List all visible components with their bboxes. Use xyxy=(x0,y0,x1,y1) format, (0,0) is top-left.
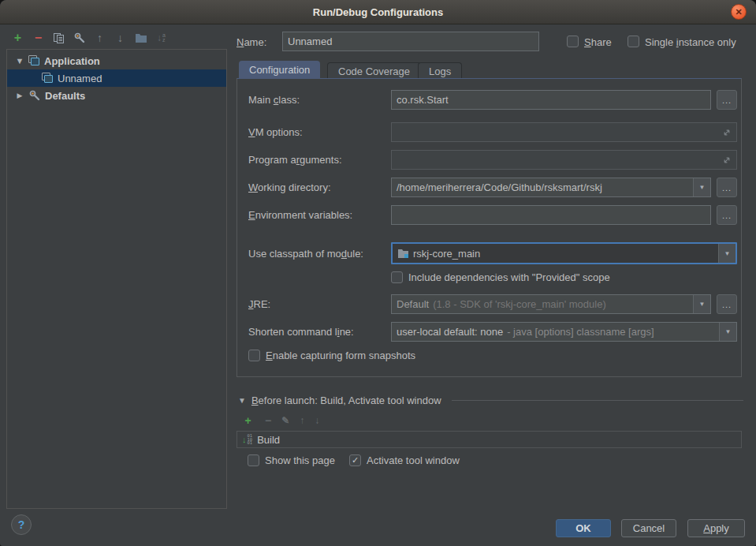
check-icon: ✓ xyxy=(352,455,359,466)
use-classpath-field[interactable]: rskj-core_main ▼ xyxy=(391,242,737,264)
activate-tool-window-label: Activate tool window xyxy=(367,454,460,466)
question-icon: ? xyxy=(18,518,25,531)
tab-logs[interactable]: Logs xyxy=(418,62,462,79)
configurations-toolbar: + − ↑ ↓ ↓ az xyxy=(11,30,168,46)
jre-field[interactable]: Default (1.8 - SDK of 'rskj-core_main' m… xyxy=(391,294,711,314)
vm-options-label: VM options: xyxy=(248,126,391,138)
tab-code-coverage[interactable]: Code Coverage xyxy=(327,62,421,79)
tree-item-unnamed[interactable]: Unnamed xyxy=(7,69,226,87)
vm-options-row: VM options: xyxy=(248,122,737,142)
share-checkbox[interactable] xyxy=(567,36,579,47)
expand-field-icon[interactable] xyxy=(722,155,732,165)
wrench-icon xyxy=(28,89,41,102)
move-down-icon[interactable]: ↓ xyxy=(114,31,127,45)
run-debug-configurations-dialog: Run/Debug Configurations ✕ + − ↑ ↓ ↓ az … xyxy=(0,0,756,546)
move-up-icon[interactable]: ↑ xyxy=(93,31,106,45)
working-directory-label: Working directory: xyxy=(248,181,391,193)
jre-row: JRE: Default (1.8 - SDK of 'rskj-core_ma… xyxy=(248,294,737,314)
add-task-icon[interactable]: + xyxy=(241,413,255,428)
ellipsis-icon: ... xyxy=(722,95,732,105)
dropdown-arrow-icon[interactable]: ▼ xyxy=(693,295,710,313)
edit-defaults-icon[interactable] xyxy=(73,31,86,45)
jre-value: Default xyxy=(397,298,429,310)
shorten-command-line-field[interactable]: user-local default: none - java [options… xyxy=(391,322,737,342)
close-button[interactable]: ✕ xyxy=(731,4,747,20)
activate-tool-window-row: ✓ Activate tool window xyxy=(349,454,460,466)
module-icon xyxy=(397,249,409,259)
program-arguments-label: Program arguments: xyxy=(248,154,391,166)
sort-alphabetically-icon[interactable]: ↓ az xyxy=(155,31,168,45)
help-button[interactable]: ? xyxy=(11,514,32,535)
environment-variables-row: Environment variables: ... xyxy=(248,205,737,225)
before-launch-item-build[interactable]: ↓ 01 10 01 Build xyxy=(236,431,742,448)
expand-field-icon[interactable] xyxy=(722,128,732,137)
ellipsis-icon: ... xyxy=(722,300,732,309)
tree-group-application[interactable]: ▼ Application xyxy=(7,52,226,69)
main-class-value: co.rsk.Start xyxy=(397,94,449,106)
before-launch-header: ▼ Before launch: Build, Activate tool wi… xyxy=(238,393,743,407)
move-task-down-icon[interactable]: ↓ xyxy=(315,415,319,426)
working-directory-browse-button[interactable]: ... xyxy=(717,178,737,197)
remove-task-icon[interactable]: − xyxy=(265,414,271,427)
include-dependencies-row: Include dependencies with "Provided" sco… xyxy=(391,271,610,283)
ok-button[interactable]: OK xyxy=(556,519,611,537)
build-item-label: Build xyxy=(257,434,280,446)
main-class-row: Main class: co.rsk.Start ... xyxy=(248,90,737,110)
separator-line xyxy=(452,400,743,401)
show-this-page-label: Show this page xyxy=(265,454,335,466)
remove-configuration-icon[interactable]: − xyxy=(32,31,45,45)
dropdown-arrow-icon[interactable]: ▼ xyxy=(693,178,710,196)
jre-browse-button[interactable]: ... xyxy=(717,294,737,314)
shorten-command-line-row: Shorten command line: user-local default… xyxy=(248,322,737,342)
titlebar: Run/Debug Configurations ✕ xyxy=(0,0,756,24)
program-arguments-row: Program arguments: xyxy=(248,150,737,170)
share-label: Share xyxy=(584,36,612,48)
vm-options-field[interactable] xyxy=(391,122,737,142)
enable-capturing-checkbox[interactable] xyxy=(248,350,260,361)
program-arguments-field[interactable] xyxy=(391,150,737,170)
apply-button[interactable]: Apply xyxy=(687,519,745,537)
show-this-page-checkbox[interactable] xyxy=(248,454,259,466)
shorten-command-line-value: user-local default: none xyxy=(397,326,503,338)
chevron-down-icon[interactable]: ▼ xyxy=(238,396,246,405)
name-input[interactable] xyxy=(282,32,539,51)
move-task-up-icon[interactable]: ↑ xyxy=(300,415,304,426)
single-instance-checkbox[interactable] xyxy=(628,36,639,47)
cancel-button[interactable]: Cancel xyxy=(621,519,676,537)
configurations-tree: ▼ Application Unnamed ▶ Defaults xyxy=(6,49,227,509)
copy-configuration-icon[interactable] xyxy=(52,31,65,45)
chevron-down-icon[interactable]: ▼ xyxy=(15,56,24,65)
include-dependencies-checkbox[interactable] xyxy=(391,271,403,283)
use-classpath-row: Use classpath of module: rskj-core_main … xyxy=(248,242,737,264)
tree-group-defaults[interactable]: ▶ Defaults xyxy=(7,87,226,104)
activate-tool-window-checkbox[interactable]: ✓ xyxy=(349,454,361,466)
build-icon: ↓ 01 10 01 xyxy=(242,434,252,445)
ellipsis-icon: ... xyxy=(722,183,732,193)
name-label: Name: xyxy=(236,36,266,48)
new-folder-icon[interactable] xyxy=(134,31,147,45)
working-directory-row: Working directory: /home/meriherrera/Cod… xyxy=(248,178,737,197)
add-configuration-icon[interactable]: + xyxy=(11,31,24,45)
dropdown-arrow-icon[interactable]: ▼ xyxy=(718,244,736,263)
application-icon xyxy=(42,73,54,84)
environment-variables-label: Environment variables: xyxy=(248,209,391,221)
tree-group-label: Application xyxy=(44,55,100,67)
include-dependencies-label: Include dependencies with "Provided" sco… xyxy=(408,271,610,283)
environment-variables-field[interactable] xyxy=(391,205,711,225)
ellipsis-icon: ... xyxy=(722,211,732,220)
chevron-right-icon[interactable]: ▶ xyxy=(15,92,24,99)
environment-variables-browse-button[interactable]: ... xyxy=(717,205,737,225)
edit-task-icon[interactable]: ✎ xyxy=(281,415,289,426)
working-directory-value: /home/meriherrera/Code/Github/rsksmart/r… xyxy=(397,181,602,193)
working-directory-field[interactable]: /home/meriherrera/Code/Github/rsksmart/r… xyxy=(391,178,711,197)
close-icon: ✕ xyxy=(735,7,742,17)
tab-configuration[interactable]: Configuration xyxy=(239,61,320,79)
shorten-command-line-label: Shorten command line: xyxy=(248,326,391,338)
application-icon xyxy=(28,55,40,66)
show-this-page-row: Show this page xyxy=(248,454,335,466)
main-class-browse-button[interactable]: ... xyxy=(717,90,737,110)
use-classpath-label: Use classpath of module: xyxy=(248,248,391,260)
main-class-field[interactable]: co.rsk.Start xyxy=(391,90,711,110)
configuration-tab-panel: Main class: co.rsk.Start ... VM options:… xyxy=(236,78,742,377)
dropdown-arrow-icon[interactable]: ▼ xyxy=(719,323,736,341)
